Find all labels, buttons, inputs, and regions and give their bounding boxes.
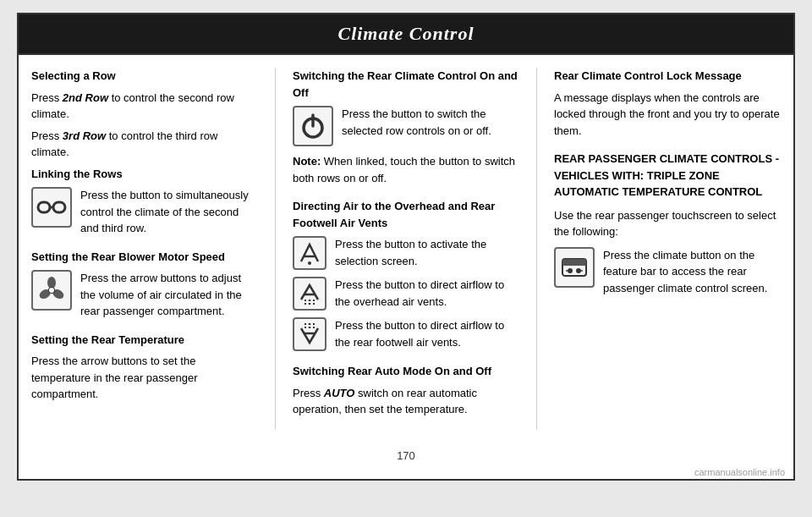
blower-icon-row: Press the arrow buttons to adjust the vo…	[31, 270, 258, 320]
svg-point-4	[47, 277, 56, 289]
section-switching-auto: Switching Rear Auto Mode On and Off Pres…	[293, 363, 519, 418]
switching-note: Note: When linked, touch the button to s…	[293, 153, 519, 186]
power-svg	[298, 111, 328, 141]
section-title-selecting-row: Selecting a Row	[31, 68, 258, 85]
section-title-rear-blower: Setting the Rear Blower Motor Speed	[31, 249, 258, 266]
section-title-switching-rear: Switching the Rear Climate Control On an…	[293, 68, 519, 101]
footwell-direct-svg	[297, 322, 322, 347]
section-rear-blower: Setting the Rear Blower Motor Speed Pres…	[31, 249, 258, 320]
linking-rows-icon-row: Press the button to simultaneously contr…	[31, 187, 258, 237]
climate-key-icon	[554, 247, 595, 288]
2nd-row-label: 2nd Row	[63, 91, 108, 104]
power-icon-text: Press the button to switch the selected …	[342, 106, 519, 139]
section-linking-rows: Linking the Rows Press the button to sim…	[31, 166, 258, 237]
overhead-direct-icon	[293, 277, 326, 311]
climate-key-svg	[559, 252, 590, 283]
section-rear-passenger-climate: REAR PASSENGER CLIMATE CONTROLS - VEHICL…	[554, 151, 781, 296]
rear-passenger-intro: Use the rear passenger touchscreen to se…	[554, 207, 781, 240]
column-2: Switching the Rear Climate Control On an…	[293, 68, 519, 430]
watermark: carmanualsonline.info	[19, 465, 793, 479]
note-text-content: When linked, touch the button to switch …	[293, 155, 515, 184]
selecting-row-p2: Press 3rd Row to control the third row c…	[31, 128, 258, 161]
selecting-row-p1: Press 2nd Row to control the second row …	[31, 90, 258, 123]
column-1: Selecting a Row Press 2nd Row to control…	[31, 68, 258, 430]
section-switching-rear: Switching the Rear Climate Control On an…	[293, 68, 519, 186]
section-title-directing-air: Directing Air to the Overhead and Rear F…	[293, 198, 519, 231]
svg-rect-0	[38, 202, 50, 212]
note-label: Note:	[293, 155, 321, 168]
blower-text: Press the arrow buttons to adjust the vo…	[80, 270, 258, 320]
section-title-allcaps: REAR PASSENGER CLIMATE CONTROLS - VEHICL…	[554, 151, 781, 201]
col-divider-2	[536, 68, 537, 430]
svg-rect-21	[562, 259, 586, 266]
footwell-direct-text: Press the button to direct airflow to th…	[335, 317, 519, 350]
climate-key-text: Press the climate button on the feature …	[603, 247, 781, 297]
section-title-linking-rows: Linking the Rows	[31, 166, 258, 183]
overhead-direct-text: Press the button to direct airflow to th…	[335, 277, 519, 310]
section-rear-temp: Setting the Rear Temperature Press the a…	[31, 332, 258, 403]
power-icon-row: Press the button to switch the selected …	[293, 106, 519, 146]
svg-point-23	[576, 268, 581, 273]
footwell-direct-row: Press the button to direct airflow to th…	[293, 317, 519, 351]
switching-auto-text: Press AUTO switch on rear automatic oper…	[293, 385, 519, 418]
overhead-select-text: Press the button to activate the selecti…	[335, 236, 519, 269]
section-title-rear-temp: Setting the Rear Temperature	[31, 332, 258, 349]
climate-key-row: Press the climate button on the feature …	[554, 247, 781, 297]
overhead-select-row: Press the button to activate the selecti…	[293, 236, 519, 270]
overhead-direct-svg	[297, 281, 322, 306]
col-divider-1	[275, 68, 276, 430]
fan-svg	[36, 275, 67, 305]
section-rear-lock: Rear Climate Control Lock Message A mess…	[554, 68, 781, 139]
overhead-select-svg	[297, 240, 322, 266]
column-3: Rear Climate Control Lock Message A mess…	[554, 68, 781, 430]
auto-label: AUTO	[324, 387, 355, 399]
svg-point-11	[308, 261, 311, 265]
section-title-switching-auto: Switching Rear Auto Mode On and Off	[293, 363, 519, 380]
link-svg	[36, 195, 67, 219]
page-number: 170	[19, 443, 793, 465]
svg-rect-1	[53, 202, 65, 212]
section-selecting-row: Selecting a Row Press 2nd Row to control…	[31, 68, 258, 237]
page-wrapper: Climate Control Selecting a Row Press 2n…	[17, 13, 795, 481]
overhead-direct-row: Press the button to direct airflow to th…	[293, 277, 519, 311]
page-title: Climate Control	[19, 14, 793, 53]
section-directing-air: Directing Air to the Overhead and Rear F…	[293, 198, 519, 351]
svg-point-22	[568, 268, 573, 273]
svg-point-7	[49, 288, 54, 293]
overhead-select-icon	[293, 236, 326, 270]
section-title-rear-lock: Rear Climate Control Lock Message	[554, 68, 781, 85]
link-icon	[31, 187, 72, 228]
3rd-row-label: 3rd Row	[63, 129, 106, 142]
linking-rows-text: Press the button to simultaneously contr…	[80, 187, 258, 237]
fan-icon	[31, 270, 72, 311]
power-icon	[293, 106, 333, 146]
footwell-direct-icon	[293, 317, 326, 351]
rear-lock-text: A message displays when the controls are…	[554, 90, 781, 140]
content-area: Selecting a Row Press 2nd Row to control…	[19, 53, 793, 443]
rear-temp-text: Press the arrow buttons to set the tempe…	[31, 353, 258, 403]
